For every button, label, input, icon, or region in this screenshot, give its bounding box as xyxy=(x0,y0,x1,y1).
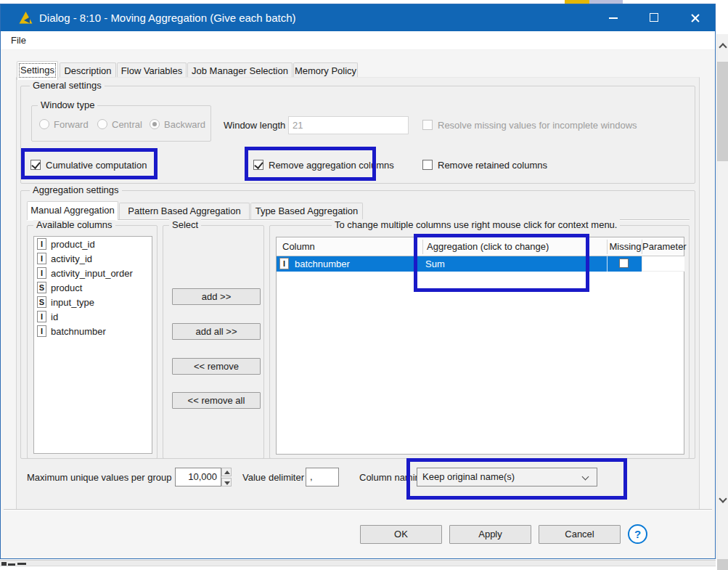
general-settings-group: General settings Window type Forward Cen… xyxy=(20,86,695,184)
column-naming-dropdown[interactable]: Keep original name(s) xyxy=(417,468,597,486)
screen: Dialog - 8:10 - Moving Aggregation (Give… xyxy=(0,0,728,570)
col-header-missing[interactable]: Missing xyxy=(609,237,642,256)
group-label: General settings xyxy=(30,80,105,91)
available-columns-group: Available columns Iproduct_id Iactivity_… xyxy=(27,225,158,459)
ok-button[interactable]: OK xyxy=(360,525,442,544)
row-aggregation-method[interactable]: Sum xyxy=(425,256,445,272)
knime-node-icon xyxy=(18,10,33,25)
table-row[interactable]: I batchnumber Sum xyxy=(277,256,684,272)
max-unique-field[interactable]: 10,000 xyxy=(175,468,221,486)
scrollbar-thumb[interactable] xyxy=(717,62,728,161)
spinner-down-icon[interactable] xyxy=(221,478,232,486)
spinner-up-icon[interactable] xyxy=(221,468,232,476)
cumulative-computation-checkbox[interactable] xyxy=(30,160,41,170)
background-horizontal-strip xyxy=(0,560,716,566)
background-text-artifact xyxy=(1,561,26,566)
resolve-missing-checkbox xyxy=(422,120,433,130)
resolve-missing-label: Resolve missing values for incomplete wi… xyxy=(438,120,637,131)
selected-row-cells[interactable]: I batchnumber Sum xyxy=(277,256,607,272)
value-delimiter-field[interactable]: , xyxy=(306,468,339,486)
list-item[interactable]: Iactivity_input_order xyxy=(34,266,152,280)
list-item[interactable]: Iid xyxy=(34,309,152,324)
list-item[interactable]: Ibatchnumber xyxy=(34,324,152,338)
background-vertical-scrollbar[interactable] xyxy=(716,34,728,559)
value-delimiter-label: Value delimiter xyxy=(242,472,304,484)
remove-button[interactable]: << remove xyxy=(172,358,261,375)
window-length-label: Window length xyxy=(224,120,285,131)
tab-pattern-based-aggregation[interactable]: Pattern Based Aggregation xyxy=(119,203,250,219)
integer-type-icon: I xyxy=(37,267,46,279)
window-type-group: Window type Forward Central Backward xyxy=(31,105,211,142)
chevron-down-icon xyxy=(582,473,589,481)
window-title: Dialog - 8:10 - Moving Aggregation (Give… xyxy=(39,4,296,31)
remove-aggregation-columns-checkbox[interactable] xyxy=(253,160,263,170)
help-button[interactable]: ? xyxy=(628,524,647,544)
row-parameter-cell[interactable] xyxy=(642,256,684,272)
scrollbar-thumb[interactable] xyxy=(717,559,728,570)
menu-bar: File xyxy=(1,31,715,50)
tab-type-based-aggregation[interactable]: Type Based Aggregation xyxy=(250,203,363,219)
integer-type-icon: I xyxy=(37,253,46,264)
integer-type-icon: I xyxy=(37,325,46,337)
row-missing-cell[interactable] xyxy=(607,256,642,272)
scroll-up-icon[interactable] xyxy=(719,43,727,51)
radio-backward-label: Backward xyxy=(164,119,205,131)
group-label: Window type xyxy=(38,99,97,110)
column-naming-label: Column naming xyxy=(359,472,425,484)
maximize-button[interactable] xyxy=(634,4,674,31)
footer-divider xyxy=(4,509,712,510)
title-bar[interactable]: Dialog - 8:10 - Moving Aggregation (Give… xyxy=(1,4,715,31)
available-columns-list[interactable]: Iproduct_id Iactivity_id Iactivity_input… xyxy=(33,236,152,454)
col-header-parameter[interactable]: Parameter xyxy=(642,237,684,256)
radio-backward xyxy=(150,119,160,129)
remove-retained-columns-checkbox[interactable] xyxy=(422,160,433,170)
minimize-button[interactable] xyxy=(593,4,634,31)
aggregation-table[interactable]: Column Aggregation (click to change) Mis… xyxy=(276,237,684,455)
remove-all-button[interactable]: << remove all xyxy=(172,392,261,409)
radio-forward-label: Forward xyxy=(54,119,89,131)
window-length-field: 21 xyxy=(288,116,409,134)
close-button[interactable] xyxy=(674,4,715,31)
group-label: Select xyxy=(169,219,201,230)
radio-central-label: Central xyxy=(112,119,142,131)
list-item[interactable]: Iproduct_id xyxy=(34,237,152,251)
integer-type-icon: I xyxy=(279,258,289,269)
col-header-column[interactable]: Column xyxy=(282,237,315,256)
radio-central xyxy=(97,119,107,129)
add-all-button[interactable]: add all >> xyxy=(172,323,261,340)
tab-manual-aggregation[interactable]: Manual Aggregation xyxy=(27,201,118,220)
add-button[interactable]: add >> xyxy=(172,288,261,305)
tab-settings[interactable]: Settings xyxy=(17,61,58,80)
apply-button[interactable]: Apply xyxy=(449,525,531,544)
menu-file[interactable]: File xyxy=(7,31,30,49)
aggregation-settings-group: Aggregation settings Manual Aggregation … xyxy=(20,190,695,459)
list-item[interactable]: Iactivity_id xyxy=(34,251,152,266)
integer-type-icon: I xyxy=(37,311,46,322)
max-unique-label: Maximum unique values per group xyxy=(27,472,171,484)
scroll-down-icon[interactable] xyxy=(719,494,727,502)
remove-aggregation-columns-label[interactable]: Remove aggregation columns xyxy=(269,160,394,171)
list-item[interactable]: Sproduct xyxy=(34,280,152,295)
list-item[interactable]: Sinput_type xyxy=(34,295,152,309)
integer-type-icon: I xyxy=(37,238,46,250)
cumulative-computation-label[interactable]: Cumulative computation xyxy=(46,160,147,171)
dialog-window: Dialog - 8:10 - Moving Aggregation (Give… xyxy=(0,4,716,559)
col-header-aggregation[interactable]: Aggregation (click to change) xyxy=(427,237,549,256)
string-type-icon: S xyxy=(37,282,46,293)
row-column-name[interactable]: batchnumber xyxy=(295,256,350,272)
remove-retained-columns-label[interactable]: Remove retained columns xyxy=(438,160,547,171)
aggregation-table-group: To change multiple columns use right mou… xyxy=(269,225,690,459)
cancel-button[interactable]: Cancel xyxy=(539,525,621,544)
radio-forward xyxy=(39,119,49,129)
column-naming-value: Keep original name(s) xyxy=(422,471,515,482)
group-label: Available columns xyxy=(33,219,115,230)
select-group: Select add >> add all >> << remove << re… xyxy=(163,225,264,459)
string-type-icon: S xyxy=(37,296,46,308)
table-caption: To change multiple columns use right mou… xyxy=(332,219,620,230)
table-header-row: Column Aggregation (click to change) Mis… xyxy=(277,237,684,256)
missing-checkbox[interactable] xyxy=(619,258,629,268)
group-label: Aggregation settings xyxy=(30,184,122,195)
